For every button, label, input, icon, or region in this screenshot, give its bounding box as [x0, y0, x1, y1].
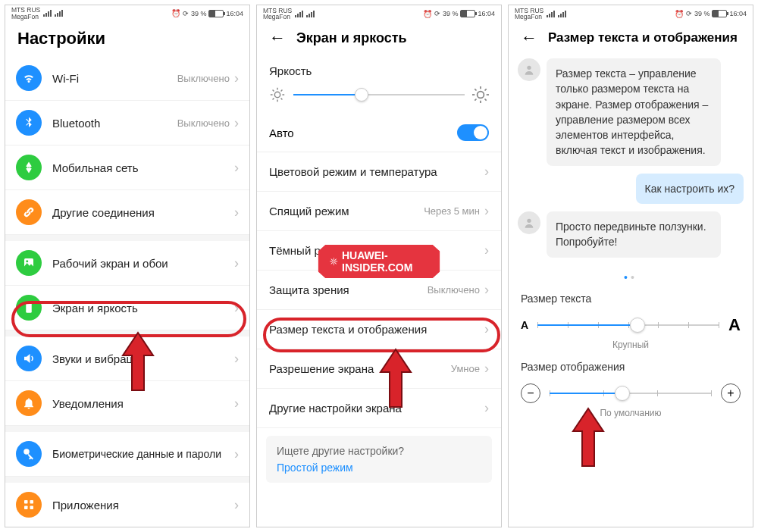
display-size-label: Размер отображения: [509, 358, 753, 376]
svg-rect-2: [26, 302, 32, 313]
alarm-icon: ⏰: [675, 10, 684, 18]
page-title: Размер текста и отображения: [548, 30, 738, 45]
huawei-logo-icon: [329, 255, 340, 268]
chevron-right-icon: ›: [484, 361, 489, 377]
arrow-annotation: [569, 407, 607, 468]
watermark: HUAWEI-INSIDER.COM: [318, 245, 440, 278]
tip-link[interactable]: Простой режим: [277, 462, 481, 474]
row-label: Размер текста и отображения: [269, 323, 484, 336]
text-size-caption: Крупный: [509, 340, 753, 350]
battery-icon: [460, 10, 475, 17]
row-label: Спящий режим: [269, 205, 424, 217]
tip-question: Ищете другие настройки?: [277, 445, 481, 457]
header: Настройки: [5, 20, 249, 56]
page-indicator: ••: [509, 271, 753, 283]
text-size-slider[interactable]: A A: [509, 308, 753, 336]
arrow-annotation: [119, 331, 157, 392]
plus-icon: +: [721, 383, 741, 403]
sun-low-icon: [269, 86, 286, 103]
chat-message: Просто передвиньте ползунки. Попробуйте!: [518, 211, 744, 258]
row-label: Приложения: [52, 499, 234, 512]
apps-icon: [16, 492, 42, 518]
chat-message: Как настроить их?: [518, 174, 744, 204]
chevron-right-icon: ›: [234, 396, 239, 412]
settings-row-wall[interactable]: Рабочий экран и обои ›: [5, 241, 249, 286]
svg-line-23: [485, 99, 487, 101]
page-title: Экран и яркость: [296, 30, 407, 46]
page-title: Настройки: [17, 29, 105, 49]
header: ← Экран и яркость: [257, 20, 501, 54]
svg-line-14: [281, 99, 283, 100]
chevron-right-icon: ›: [484, 243, 489, 258]
svg-point-8: [274, 92, 280, 97]
row-label: Уведомления: [52, 397, 234, 410]
carrier-2: MegaFon: [11, 13, 39, 20]
text-size-label: Размер текста: [509, 289, 753, 308]
back-button[interactable]: ←: [269, 30, 286, 46]
settings-row-link[interactable]: Другие соединения ›: [5, 190, 249, 235]
svg-rect-7: [30, 506, 34, 510]
display-icon: [16, 295, 42, 321]
svg-line-15: [273, 99, 274, 100]
status-bar: MTS RUSMegaFon ⏰ ⟳ 39 % 16:04: [257, 5, 501, 20]
key-icon: [16, 441, 42, 467]
row-label: Рабочий экран и обои: [52, 257, 234, 270]
svg-rect-6: [24, 506, 28, 510]
chevron-right-icon: ›: [234, 497, 239, 513]
row-label: Разрешение экрана: [269, 362, 451, 375]
settings-row-wifi[interactable]: Wi-Fi Выключено ›: [5, 56, 249, 101]
row-label: Защита зрения: [269, 283, 428, 296]
chat-bubble: Как настроить их?: [636, 174, 744, 204]
display-size-caption: По умолчанию: [509, 408, 753, 418]
sound-icon: [16, 346, 42, 371]
a-small-icon: A: [521, 319, 528, 331]
tip-box[interactable]: Ищете другие настройки? Простой режим: [266, 436, 492, 483]
header: ← Размер текста и отображения: [509, 20, 753, 54]
chevron-right-icon: ›: [484, 164, 489, 180]
chevron-right-icon: ›: [234, 205, 239, 221]
screenshot-text-display-size: MTS RUSMegaFon ⏰ ⟳ 39 % 16:04 ← Размер т…: [508, 5, 753, 527]
chevron-right-icon: ›: [234, 446, 239, 462]
auto-brightness-label: Авто: [269, 127, 294, 139]
display-row-4[interactable]: Размер текста и отображения ›: [257, 310, 501, 349]
clock: 16:04: [226, 10, 243, 17]
svg-rect-5: [30, 500, 34, 504]
svg-line-16: [281, 90, 283, 92]
settings-row-key[interactable]: Биометрические данные и пароли ›: [5, 432, 249, 477]
chevron-right-icon: ›: [484, 282, 489, 298]
status-bar: MTS RUSMegaFon ⏰ ⟳ 39 % 16:04: [5, 5, 249, 20]
row-label: Другие соединения: [52, 206, 234, 219]
avatar-icon: [518, 58, 540, 81]
battery-icon: [208, 10, 224, 17]
settings-row-bt[interactable]: Bluetooth Выключено ›: [5, 101, 249, 146]
settings-row-mobile[interactable]: Мобильная сеть ›: [5, 146, 249, 190]
svg-rect-4: [24, 500, 28, 504]
settings-row-display[interactable]: Экран и яркость ›: [5, 286, 249, 330]
back-button[interactable]: ←: [521, 30, 537, 46]
alarm-icon: ⏰: [423, 10, 432, 18]
display-size-slider[interactable]: − +: [509, 376, 753, 405]
mobile-icon: [16, 155, 42, 180]
wifi-icon: [16, 65, 42, 91]
battery-text: 39 %: [191, 10, 207, 17]
link-icon: [16, 199, 42, 225]
battery-saver-icon: ⟳: [686, 10, 692, 17]
chevron-right-icon: ›: [234, 160, 239, 176]
chat-bubble: Просто передвиньте ползунки. Попробуйте!: [547, 211, 721, 258]
signal-icon-2: [55, 10, 63, 17]
brightness-slider[interactable]: [257, 80, 501, 117]
row-label: Wi-Fi: [52, 72, 177, 85]
display-row-0[interactable]: Цветовой режим и температура ›: [257, 152, 501, 192]
display-row-1[interactable]: Спящий режим Через 5 мин ›: [257, 192, 501, 231]
screenshot-settings: MTS RUSMegaFon ⏰ ⟳ 39 % 16:04 Настройки …: [5, 5, 250, 527]
chat-message: Размер текста – управление только размер…: [518, 58, 744, 166]
chevron-right-icon: ›: [234, 300, 239, 316]
alarm-icon: ⏰: [171, 9, 180, 17]
svg-line-25: [485, 89, 487, 90]
auto-brightness-toggle[interactable]: [457, 124, 489, 141]
row-value: Через 5 мин: [424, 205, 480, 217]
minus-icon: −: [521, 383, 540, 403]
a-large-icon: A: [728, 315, 741, 335]
signal-icon-2: [306, 11, 315, 17]
settings-row-apps[interactable]: Приложения ›: [5, 483, 249, 527]
